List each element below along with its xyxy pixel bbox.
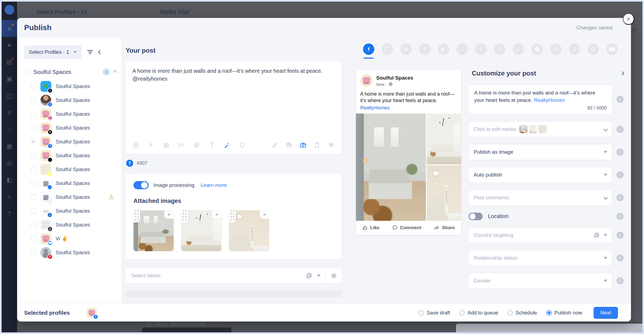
profile-row-instagram[interactable]: Soulful Spaces <box>24 107 117 121</box>
add-to-queue-radio[interactable]: Add to queue <box>459 310 498 316</box>
info-icon[interactable]: i <box>617 213 624 220</box>
media-library-icon[interactable] <box>328 141 335 149</box>
profile-checkbox[interactable] <box>31 167 36 172</box>
info-icon[interactable]: i <box>617 254 624 261</box>
profile-checkbox[interactable] <box>31 97 36 103</box>
remove-image-icon[interactable]: × <box>164 210 174 219</box>
profile-checkbox[interactable] <box>31 84 36 89</box>
select-profiles-dropdown[interactable]: Select Profiles · 1 <box>24 46 81 59</box>
profile-row-tumblr[interactable]: t Soulful Spaces <box>24 79 117 93</box>
info-icon[interactable]: i <box>617 277 624 284</box>
tab-pinterest[interactable]: P <box>494 43 505 59</box>
radio-icon-selected[interactable] <box>546 310 552 316</box>
info-icon[interactable]: i <box>617 149 624 156</box>
shield-icon[interactable] <box>239 141 246 149</box>
drag-handle-icon[interactable] <box>133 210 140 222</box>
camera-icon[interactable] <box>299 141 307 149</box>
relationship-status-dropdown[interactable]: Relationship status <box>468 250 612 266</box>
chevron-down-icon[interactable] <box>317 275 320 277</box>
learn-more-link[interactable]: Learn more <box>200 182 227 188</box>
radio-icon[interactable] <box>459 310 465 316</box>
tab-google-business[interactable]: ⌂ <box>457 43 468 59</box>
tab-bluesky[interactable] <box>606 43 618 59</box>
close-icon[interactable]: × <box>623 13 634 25</box>
profile-row-linkedin[interactable]: in Soulful Spaces <box>24 204 117 218</box>
attached-image-3[interactable]: × <box>229 210 269 251</box>
tab-tiktok[interactable]: ♪ <box>513 43 524 59</box>
collapse-customize-icon[interactable] <box>621 72 624 75</box>
profile-checkbox[interactable] <box>31 125 36 131</box>
info-icon[interactable]: i <box>617 232 624 239</box>
share-button[interactable]: Share <box>434 225 455 231</box>
tab-threads[interactable]: @ <box>588 43 599 59</box>
edit-media-field[interactable]: Click to edit media <box>468 121 612 137</box>
profile-checkbox[interactable] <box>31 250 36 255</box>
tab-facebook[interactable]: f <box>363 43 374 59</box>
saved-captions-icon[interactable]: ▤ <box>163 141 170 149</box>
profile-checkbox-checked[interactable]: ✓ <box>31 139 36 144</box>
remove-image-icon[interactable]: × <box>260 210 269 219</box>
info-icon[interactable]: i <box>617 194 624 201</box>
profile-checkbox[interactable] <box>31 181 36 186</box>
tab-snapchat[interactable] <box>531 43 543 59</box>
filter-icon[interactable] <box>87 49 93 55</box>
image-processing-toggle[interactable] <box>133 181 149 189</box>
post-comments-field[interactable]: Post comments <box>468 190 612 206</box>
tab-youtube[interactable]: ▶ <box>438 43 449 59</box>
hashtag-icon[interactable]: # <box>148 141 155 149</box>
post-text-input[interactable]: A home is more than just walls and a roo… <box>125 61 342 139</box>
tab-blogger[interactable]: B <box>550 43 562 59</box>
caption-mention-link[interactable]: RealtyHomes <box>534 97 565 103</box>
attached-image-2[interactable]: × <box>181 210 221 251</box>
drag-handle-icon[interactable] <box>229 210 235 222</box>
select-labels-field[interactable]: Select labels <box>125 268 342 283</box>
profile-row-snapchat[interactable]: Soulful Spaces <box>24 162 117 176</box>
tab-instagram[interactable] <box>382 43 393 59</box>
remove-image-icon[interactable]: × <box>212 210 221 219</box>
gender-dropdown[interactable]: Gender <box>468 273 612 289</box>
profile-row-facebook[interactable]: f Soulful Spaces <box>24 93 117 107</box>
location-toggle[interactable] <box>468 213 483 220</box>
profile-checkbox[interactable] <box>31 111 36 117</box>
video-icon[interactable] <box>285 141 292 149</box>
variables-icon[interactable]: {+} <box>178 141 185 149</box>
info-icon[interactable]: i <box>617 171 624 178</box>
profile-checkbox[interactable] <box>31 236 36 241</box>
document-icon[interactable] <box>314 141 321 149</box>
tab-x[interactable]: X <box>419 43 431 59</box>
collapse-panel-icon[interactable] <box>99 51 102 54</box>
profile-checkbox[interactable] <box>31 208 36 214</box>
country-targeting-field[interactable]: Country targeting <box>468 227 612 243</box>
ai-wand-icon[interactable] <box>224 141 231 149</box>
profile-row-threads[interactable]: @ Soulful Spaces <box>24 218 117 232</box>
copy-check-icon[interactable] <box>306 272 312 279</box>
emoji-icon[interactable] <box>132 141 139 149</box>
profile-checkbox[interactable] <box>31 194 36 200</box>
profile-row-gmb-warning[interactable]: ▦⌂ Soulful Spaces ⚠ <box>24 190 117 204</box>
preview-mention-link[interactable]: RealtyHomes <box>356 105 461 114</box>
schedule-radio[interactable]: Schedule <box>507 310 537 316</box>
profile-group-header[interactable]: Soulful Spaces 1 <box>24 68 117 75</box>
profile-row-gmb[interactable]: ▦⌂ Soulful Spaces <box>24 176 117 190</box>
tab-linkedin[interactable]: in <box>400 43 412 59</box>
profile-row-x[interactable]: X Soulful Spaces <box>24 121 117 135</box>
like-button[interactable]: Like <box>362 225 380 231</box>
gear-icon[interactable] <box>326 272 342 279</box>
drag-handle-icon[interactable] <box>181 210 188 222</box>
next-button[interactable]: Next <box>594 307 618 319</box>
radio-icon[interactable] <box>507 310 513 316</box>
info-icon[interactable]: i <box>617 96 624 103</box>
group-collapse-icon[interactable] <box>114 71 117 74</box>
profile-checkbox[interactable] <box>31 222 36 228</box>
profile-row-pinterest[interactable]: P Soulful Spaces <box>24 245 117 259</box>
text-format-icon[interactable]: T <box>208 141 215 149</box>
group-checkbox[interactable] <box>24 69 30 75</box>
save-draft-radio[interactable]: Save draft <box>419 310 450 316</box>
tab-reddit[interactable]: r <box>475 43 487 59</box>
radio-icon[interactable] <box>419 310 424 316</box>
profile-row-facebook-selected[interactable]: ✓ f Soulful Spaces <box>24 135 117 149</box>
profile-checkbox[interactable] <box>31 153 36 158</box>
tab-tumblr[interactable]: t <box>569 43 580 59</box>
auto-publish-dropdown[interactable]: Auto publish <box>468 167 612 183</box>
publish-as-dropdown[interactable]: Publish as Image <box>468 144 612 160</box>
